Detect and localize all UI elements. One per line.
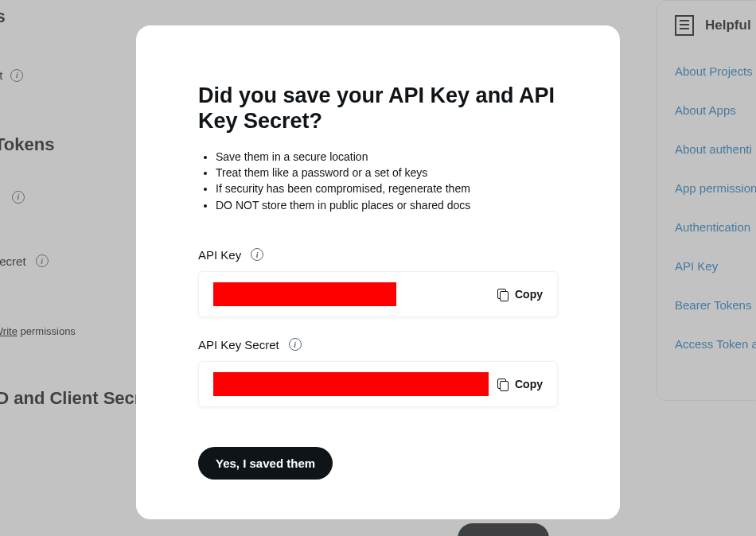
modal-bullet: Save them in a secure location: [216, 149, 558, 165]
api-key-label: API Key: [198, 248, 241, 262]
api-key-value-redacted: [213, 282, 396, 306]
copy-label: Copy: [515, 288, 543, 301]
api-key-secret-label-row: API Key Secret i: [198, 338, 558, 352]
modal-overlay: Did you save your API Key and API Key Se…: [0, 0, 756, 536]
modal-bullet: If security has been compromised, regene…: [216, 181, 558, 196]
api-key-box: Copy: [198, 271, 558, 317]
copy-icon: [497, 289, 509, 300]
modal-title: Did you save your API Key and API Key Se…: [198, 83, 558, 134]
api-key-modal: Did you save your API Key and API Key Se…: [136, 25, 620, 519]
modal-bullet-list: Save them in a secure location Treat the…: [198, 149, 558, 213]
api-key-secret-value-redacted: [213, 372, 489, 396]
api-key-secret-box: Copy: [198, 361, 558, 407]
modal-bullet: DO NOT store them in public places or sh…: [216, 197, 558, 213]
copy-label: Copy: [515, 378, 543, 390]
info-icon[interactable]: i: [251, 248, 263, 261]
copy-api-key-button[interactable]: Copy: [497, 288, 543, 301]
confirm-saved-button[interactable]: Yes, I saved them: [198, 447, 333, 480]
modal-bullet: Treat them like a password or a set of k…: [216, 165, 558, 181]
info-icon[interactable]: i: [289, 338, 302, 351]
copy-api-key-secret-button[interactable]: Copy: [497, 378, 543, 390]
api-key-secret-label: API Key Secret: [198, 338, 279, 352]
copy-icon: [497, 379, 509, 390]
api-key-label-row: API Key i: [198, 248, 558, 262]
